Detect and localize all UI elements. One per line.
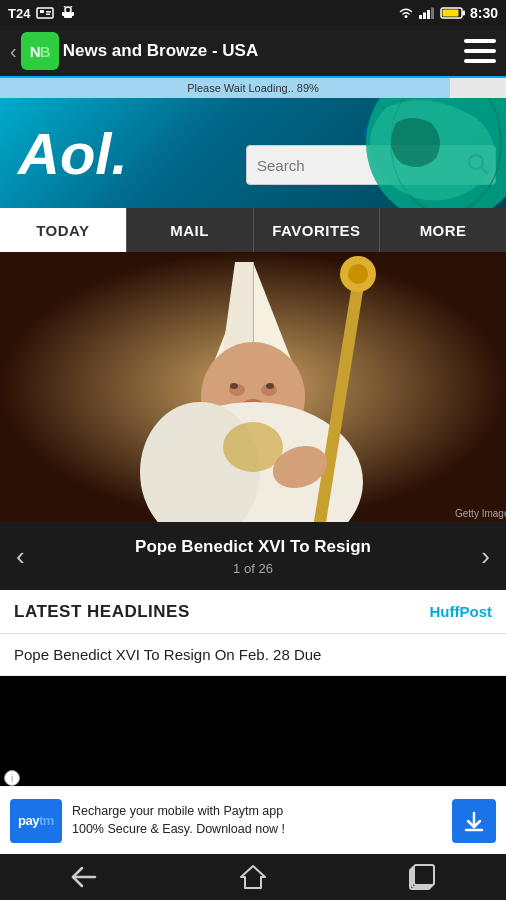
ad-download-button[interactable] [452,799,496,843]
svg-point-37 [348,264,368,284]
loading-bar: Please Wait Loading.. 89% [0,78,506,98]
svg-rect-12 [423,13,426,20]
time-text: 8:30 [470,5,498,21]
carrier-text: T24 [8,6,30,21]
recent-button[interactable] [392,859,452,895]
hamburger-button[interactable] [464,39,496,63]
status-left: T24 [8,6,76,21]
home-button[interactable] [223,859,283,895]
wifi-icon [398,6,414,20]
caption-counter: 1 of 26 [33,561,474,576]
aol-banner: Aol. Get Your Local Weather [0,98,506,208]
svg-rect-7 [64,12,72,18]
latest-headlines-label: LATEST HEADLINES [14,602,190,622]
ad-logo: paytm [10,799,62,843]
svg-marker-43 [241,866,265,888]
back-icon [68,863,100,891]
loading-text: Please Wait Loading.. 89% [187,82,319,94]
svg-rect-1 [40,10,44,13]
svg-line-6 [71,6,73,8]
tab-today[interactable]: TODAY [0,208,127,252]
recent-icon [407,863,437,891]
svg-rect-2 [46,11,51,13]
svg-rect-0 [37,8,53,18]
news-teaser[interactable]: Pope Benedict XVI To Resign On Feb. 28 D… [0,634,506,676]
svg-rect-11 [419,15,422,19]
headline-caption: ‹ Pope Benedict XVI To Resign 1 of 26 › [0,522,506,590]
svg-point-39 [223,422,283,472]
ad-banner: paytm Recharge your mobile with Paytm ap… [0,786,506,854]
aol-globe-graphic [286,98,506,208]
svg-rect-3 [46,14,50,16]
svg-point-10 [404,15,407,18]
svg-rect-13 [427,10,430,19]
ad-logo-text: paytm [18,813,54,828]
battery-icon [440,6,466,20]
hero-image-section: Getty Images [0,252,506,522]
tab-favorites[interactable]: FAVORITES [254,208,381,252]
status-bar: T24 [0,0,506,26]
svg-rect-16 [462,11,465,16]
aol-logo: Aol. [0,120,128,187]
tab-more[interactable]: MORE [380,208,506,252]
ad-text: Recharge your mobile with Paytm app 100%… [72,803,442,838]
ad-info-icon[interactable]: i [4,770,20,786]
bottom-nav [0,854,506,900]
svg-line-5 [64,6,66,8]
svg-rect-17 [442,10,458,17]
hero-image: Getty Images [0,252,506,522]
app-title: News and Browze - USA [63,41,259,61]
latest-headlines-bar: LATEST HEADLINES HuffPost [0,590,506,634]
app-header: ‹ NB News and Browze - USA [0,26,506,78]
svg-point-32 [266,383,274,389]
caption-center: Pope Benedict XVI To Resign 1 of 26 [33,536,474,576]
svg-rect-8 [62,12,65,16]
source-label[interactable]: HuffPost [430,603,493,620]
app-logo: NB [21,32,59,70]
android-icon [60,6,76,20]
signal-icon [418,6,436,20]
prev-arrow[interactable]: ‹ [8,541,33,572]
svg-text:Getty Images: Getty Images [455,508,506,519]
nav-tabs: TODAY MAIL FAVORITES MORE [0,208,506,252]
download-icon [463,810,485,832]
status-right: 8:30 [398,5,498,21]
caption-title: Pope Benedict XVI To Resign [33,536,474,558]
home-icon [238,863,268,891]
svg-rect-9 [72,12,75,16]
back-button[interactable] [54,859,114,895]
next-arrow[interactable]: › [473,541,498,572]
svg-rect-14 [431,8,434,20]
svg-rect-46 [414,865,434,885]
notification-icon [36,6,54,20]
back-arrow-header[interactable]: ‹ [10,40,17,63]
tab-mail[interactable]: MAIL [127,208,254,252]
svg-point-31 [230,383,238,389]
